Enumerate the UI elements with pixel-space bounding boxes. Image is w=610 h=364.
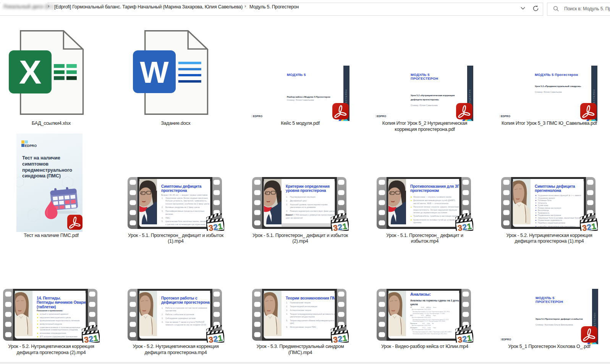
svg-text:X: X: [19, 53, 42, 91]
svg-text:W: W: [140, 55, 169, 89]
